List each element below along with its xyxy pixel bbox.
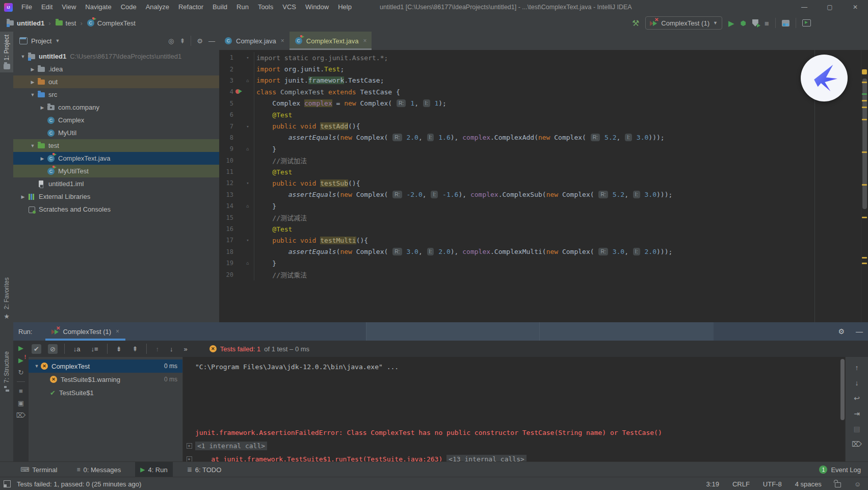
tree-item-out[interactable]: ▶out	[13, 75, 219, 88]
warning-stripe-mark[interactable]	[862, 100, 867, 101]
code-editor[interactable]: 1▾import static org.junit.Assert.*;2impo…	[219, 50, 861, 322]
run-console[interactable]: "C:\Program Files\Java\jdk-12.0.2\bin\ja…	[182, 357, 845, 461]
debug-button[interactable]: ⬢	[740, 20, 746, 27]
editor-gutter[interactable]: 20	[219, 269, 254, 280]
tree-item-external-libraries[interactable]: ▶External Libraries	[13, 190, 219, 203]
close-button[interactable]: ✕	[843, 0, 868, 14]
floating-app-overlay-logo[interactable]	[801, 55, 848, 101]
tree-item-test[interactable]: ▼test	[13, 139, 219, 152]
tree-expand-arrow[interactable]: ▼	[33, 364, 41, 369]
warning-stripe-mark[interactable]	[862, 82, 867, 83]
coverage-button[interactable]	[752, 19, 758, 27]
sort-alphabetically-icon[interactable]: ↓a	[71, 344, 83, 354]
tree-expand-arrow[interactable]: ▼	[28, 92, 37, 97]
event-log-button[interactable]: 1 Event Log	[819, 466, 868, 474]
show-ignored-icon[interactable]: ⊘	[48, 344, 58, 354]
editor-tab-complex-java[interactable]: CComplex.java×	[219, 32, 290, 50]
scroll-down-icon[interactable]: ↓	[855, 379, 859, 386]
chevron-down-icon[interactable]: ▼	[55, 38, 60, 43]
collapse-all-icon[interactable]: ⇞	[179, 37, 185, 45]
clear-all-icon[interactable]: ⌦	[852, 441, 862, 448]
tree-expand-arrow[interactable]: ▼	[18, 54, 28, 59]
collapse-all-icon[interactable]: ⇞	[130, 344, 140, 354]
tool-window-button-4-run[interactable]: ▶4: Run	[135, 462, 173, 477]
warning-stripe-mark[interactable]	[862, 263, 867, 264]
tool-window-button-terminal[interactable]: ⌨Terminal	[15, 462, 62, 477]
menu-run[interactable]: Run	[232, 0, 253, 14]
expand-all-icon[interactable]: ⇟	[114, 344, 124, 354]
show-passed-icon[interactable]: ✔	[32, 344, 41, 354]
dump-threads-icon[interactable]: ▣	[18, 400, 24, 406]
menu-view[interactable]: View	[57, 0, 81, 14]
scroll-to-end-icon[interactable]: ⇥	[854, 410, 860, 417]
fold-marker-icon[interactable]: ▾	[244, 124, 252, 129]
editor-gutter[interactable]: 15	[219, 212, 254, 223]
more-options-icon[interactable]: »	[181, 344, 189, 354]
editor-gutter[interactable]: 7▾	[219, 120, 254, 132]
editor-gutter[interactable]: 13	[219, 189, 254, 200]
fold-marker-icon[interactable]: ▾	[244, 55, 252, 60]
minimize-button[interactable]: —	[792, 0, 817, 14]
next-failed-test-icon[interactable]: ↓	[168, 344, 175, 354]
editor-gutter[interactable]: 4	[219, 86, 254, 97]
fold-marker-icon[interactable]: ⌂	[244, 78, 252, 83]
close-icon[interactable]: ×	[116, 328, 119, 335]
expand-fold-icon[interactable]: +	[187, 443, 192, 449]
tree-expand-arrow[interactable]: ▶	[18, 194, 28, 199]
editor-gutter[interactable]: 1▾	[219, 52, 254, 63]
editor-gutter[interactable]: 11	[219, 166, 254, 177]
warning-stripe-mark[interactable]	[862, 184, 867, 186]
editor-gutter[interactable]: 18	[219, 246, 254, 257]
tree-expand-arrow[interactable]: ▶	[38, 105, 47, 110]
tool-window-button-6-todo[interactable]: ≣6: TODO	[182, 462, 227, 477]
sort-by-duration-icon[interactable]: ↓≡	[89, 344, 100, 354]
hide-panel-icon[interactable]: —	[856, 327, 863, 336]
editor-gutter[interactable]: 5	[219, 98, 254, 109]
tree-item-complextext-java[interactable]: ▶CComplexText.java	[13, 152, 219, 165]
rerun-failed-tests-icon[interactable]: ▶!	[18, 357, 23, 364]
menu-refactor[interactable]: Refactor	[174, 0, 208, 14]
hector-inspections-icon[interactable]: ☺	[854, 480, 861, 488]
fold-marker-icon[interactable]: ▾	[244, 180, 252, 186]
editor-gutter[interactable]: 3⌂	[219, 75, 254, 86]
settings-gear-icon[interactable]: ⚙	[838, 327, 845, 336]
editor-gutter[interactable]: 17▾	[219, 235, 254, 246]
tree-item-complex[interactable]: CComplex	[13, 114, 219, 126]
lock-icon[interactable]	[835, 482, 841, 487]
toggle-auto-test-icon[interactable]: ↻	[18, 369, 24, 376]
stripe-item-1-project[interactable]: 1: Project	[0, 32, 13, 72]
project-panel-title[interactable]: Project	[31, 37, 51, 45]
menu-file[interactable]: File	[17, 0, 37, 14]
tree-expand-arrow[interactable]: ▶	[28, 67, 37, 72]
editor-gutter[interactable]: 9⌂	[219, 143, 254, 154]
stripe-item-7-structure[interactable]: 7: Structure	[0, 348, 13, 395]
run-configuration-select[interactable]: ✕ ComplexTest (1) ▼	[645, 16, 722, 30]
maximize-button[interactable]: ▢	[817, 0, 843, 14]
tree-item-scratches-and-consoles[interactable]: Scratches and Consoles	[13, 203, 219, 216]
tree-item-myutiltest[interactable]: CMyUtilTest	[13, 165, 219, 177]
hide-panel-icon[interactable]: —	[208, 37, 215, 45]
fold-marker-icon[interactable]: ⌂	[244, 146, 252, 151]
editor-scrollbar-thumb[interactable]	[862, 79, 867, 209]
warning-stripe-mark[interactable]	[862, 119, 867, 120]
scroll-up-icon[interactable]: ↑	[855, 364, 859, 371]
stripe-item-2-favorites[interactable]: 2: Favorites★	[0, 274, 13, 323]
menu-vcs[interactable]: VCS	[278, 0, 301, 14]
tree-expand-arrow[interactable]: ▶	[28, 80, 37, 85]
inspections-status-icon[interactable]	[862, 69, 867, 74]
editor-error-stripe[interactable]	[861, 50, 868, 322]
run-button[interactable]: ▶	[728, 19, 734, 27]
attach-console-icon[interactable]: ⌦	[16, 412, 25, 419]
tree-item-untitled1[interactable]: ▼untitled1C:\Users\86177\IdeaProjects\un…	[13, 50, 219, 63]
internal-call-chip[interactable]: <1 internal call>	[195, 442, 267, 450]
editor-tab-complextext-java[interactable]: CComplexText.java×	[290, 32, 372, 50]
internal-calls-chip[interactable]: <13 internal calls>	[446, 455, 527, 462]
status-widget-file-encoding[interactable]: UTF-8	[763, 480, 782, 488]
close-icon[interactable]: ×	[363, 37, 366, 44]
tree-item-com-company[interactable]: ▶com.company	[13, 101, 219, 114]
status-widget-indent-size[interactable]: 4 spaces	[795, 480, 822, 488]
menu-help[interactable]: Help	[333, 0, 356, 14]
warning-stripe-mark[interactable]	[862, 151, 867, 153]
editor-gutter[interactable]: 6	[219, 109, 254, 120]
editor-gutter[interactable]: 8	[219, 132, 254, 143]
